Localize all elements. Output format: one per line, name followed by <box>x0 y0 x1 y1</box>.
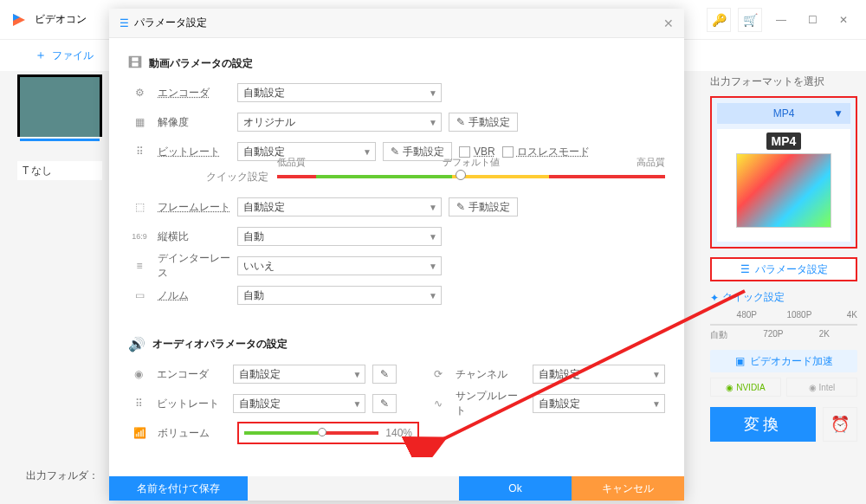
cancel-button[interactable]: キャンセル <box>572 476 684 501</box>
nvidia-icon: ◉ <box>726 383 734 392</box>
framerate-manual-button[interactable]: ✎手動設定 <box>449 197 518 216</box>
chevron-down-icon: ▼ <box>353 399 362 409</box>
norm-select[interactable]: 自動▼ <box>237 286 442 305</box>
volume-slider-box: 140% <box>237 422 419 444</box>
ok-button[interactable]: Ok <box>459 476 572 501</box>
scale-auto: 自動 <box>710 329 727 341</box>
convert-button[interactable]: 変換 <box>710 407 816 442</box>
deinterlace-select[interactable]: いいえ▼ <box>237 256 442 275</box>
chevron-down-icon: ▼ <box>429 118 437 127</box>
scale-2k: 2K <box>819 329 830 339</box>
dialog-close-button[interactable]: ✕ <box>663 16 674 30</box>
resolution-label: 解像度 <box>158 115 230 130</box>
audio-bitrate-edit[interactable]: ✎ <box>372 394 397 413</box>
parameter-dialog: ☰ パラメータ設定 ✕ 🎞 動画パラメータの設定 ⚙ エンコーダ 自動設定▼ ▦… <box>109 9 684 501</box>
quality-default-label: デフォルト値 <box>443 156 500 169</box>
samplerate-icon: ∿ <box>428 397 449 410</box>
volume-slider[interactable] <box>244 431 378 435</box>
format-select[interactable]: MP4 ▼ <box>717 103 850 124</box>
aspect-select[interactable]: 自動▼ <box>237 227 442 246</box>
video-encoder-select[interactable]: 自動設定▼ <box>237 83 442 102</box>
samplerate-select[interactable]: 自動設定▼ <box>533 394 665 413</box>
plus-icon: ＋ <box>35 48 47 63</box>
format-thumbnail[interactable]: MP4 <box>717 129 850 242</box>
gpu-accel-button[interactable]: ▣ ビデオカード加速 <box>710 350 857 372</box>
pencil-icon: ✎ <box>380 397 389 410</box>
audio-encoder-edit[interactable]: ✎ <box>372 365 397 384</box>
speaker-icon: 🔊 <box>128 336 145 352</box>
audio-encoder-label: エンコーダ <box>157 367 226 382</box>
scale-1080p: 1080P <box>786 310 811 320</box>
chevron-down-icon: ▼ <box>652 399 661 409</box>
save-as-button[interactable]: 名前を付けて保存 <box>109 476 248 501</box>
scale-4k: 4K <box>847 310 857 320</box>
framerate-select[interactable]: 自動設定▼ <box>237 197 442 216</box>
pencil-icon: ✎ <box>456 116 465 128</box>
output-format-head: 出力フォーマットを選択 <box>710 74 857 89</box>
video-section-title: 動画パラメータの設定 <box>149 56 253 71</box>
parameter-settings-button[interactable]: ☰ パラメータ設定 <box>710 257 857 281</box>
cart-icon[interactable]: 🛒 <box>738 8 762 32</box>
video-thumbnail[interactable] <box>17 74 102 137</box>
framerate-label: フレームレート <box>158 200 230 215</box>
app-logo-icon <box>10 11 28 29</box>
file-menu[interactable]: ファイル <box>52 48 94 63</box>
quick-set-label: クイック設定 <box>722 290 785 305</box>
format-tag: MP4 <box>766 132 802 150</box>
quality-slider[interactable]: 低品質 デフォルト値 高品質 <box>277 168 665 185</box>
audio-bitrate-select[interactable]: 自動設定▼ <box>233 394 365 413</box>
volume-knob[interactable] <box>318 428 326 436</box>
deinterlace-label: デインターレース <box>158 251 230 281</box>
intel-chip[interactable]: ◉ Intel <box>786 378 857 397</box>
gpu-btn-label: ビデオカード加速 <box>750 354 833 369</box>
chevron-down-icon: ▼ <box>429 203 437 212</box>
app-title: ビデオコン <box>35 12 87 27</box>
maximize-button[interactable]: ☐ <box>800 8 824 32</box>
pencil-icon: ✎ <box>380 368 389 380</box>
quick-set-head: ✦ クイック設定 <box>710 290 857 305</box>
quickset-label: クイック設定 <box>206 170 268 184</box>
resolution-select[interactable]: オリジナル▼ <box>237 113 442 132</box>
quick-scale-slider[interactable]: 480P 1080P 4K 自動 720P 2K <box>710 310 857 343</box>
gear-icon: ⚙ <box>128 87 151 99</box>
volume-label: ボリューム <box>158 426 230 441</box>
norm-icon: ▭ <box>128 289 151 301</box>
scale-720p: 720P <box>763 329 783 339</box>
chevron-down-icon: ▼ <box>429 262 437 271</box>
subtitle-none-label[interactable]: T なし <box>17 161 102 180</box>
minimize-button[interactable]: — <box>769 8 793 32</box>
chip-icon: ▣ <box>735 355 745 367</box>
aspect-icon: 16:9 <box>128 232 151 241</box>
quality-knob[interactable] <box>456 170 466 180</box>
audio-bitrate-icon: ⠿ <box>128 397 150 410</box>
close-button[interactable]: ✕ <box>831 8 856 32</box>
pencil-icon: ✎ <box>456 201 465 213</box>
key-icon[interactable]: 🔑 <box>707 8 731 32</box>
chevron-down-icon: ▼ <box>652 370 661 379</box>
nvidia-chip[interactable]: ◉ NVIDIA <box>710 378 781 397</box>
volume-value: 140% <box>385 427 412 439</box>
audio-encoder-select[interactable]: 自動設定▼ <box>233 365 365 384</box>
resolution-manual-button[interactable]: ✎手動設定 <box>449 113 518 132</box>
format-preview-image <box>736 153 831 228</box>
sliders-icon: ☰ <box>740 263 750 275</box>
framerate-icon: ⬚ <box>128 201 151 213</box>
output-folder-label: 出力フォルダ： <box>26 468 99 483</box>
channel-select[interactable]: 自動設定▼ <box>533 365 665 384</box>
volume-icon: 📶 <box>128 427 151 439</box>
bitrate-label: ビットレート <box>158 145 230 159</box>
format-box: MP4 ▼ MP4 <box>710 96 857 249</box>
chevron-down-icon: ▼ <box>363 147 372 157</box>
channel-icon: ⟳ <box>428 368 449 380</box>
schedule-button[interactable]: ⏰ <box>823 407 857 442</box>
aspect-label: 縦横比 <box>158 229 230 244</box>
param-btn-label: パラメータ設定 <box>755 262 828 277</box>
bitrate-icon: ⠿ <box>128 145 151 158</box>
samplerate-label: サンプルレート <box>456 389 525 418</box>
filmstrip-icon: 🎞 <box>128 55 142 71</box>
chevron-down-icon: ▼ <box>429 291 437 300</box>
resolution-icon: ▦ <box>128 116 151 128</box>
format-label: MP4 <box>773 107 795 120</box>
spark-icon: ✦ <box>710 292 719 304</box>
encoder-label: エンコーダ <box>158 86 230 100</box>
